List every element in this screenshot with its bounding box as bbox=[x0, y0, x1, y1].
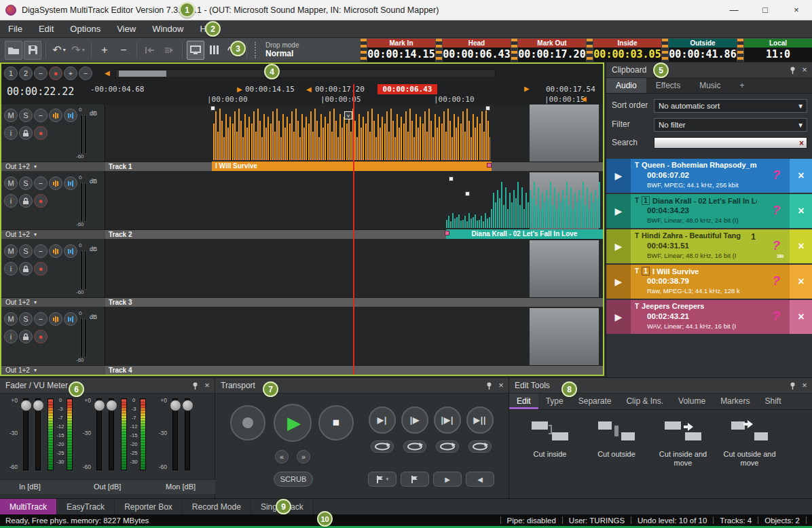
remove-track-button[interactable]: − bbox=[115, 41, 132, 60]
snap-right-button[interactable] bbox=[160, 41, 178, 60]
output-dropd own-icon[interactable]: ▾ bbox=[34, 230, 37, 240]
add-marker-button[interactable]: + bbox=[368, 472, 396, 487]
save-button[interactable] bbox=[24, 41, 41, 60]
lock-button[interactable] bbox=[19, 330, 33, 343]
cut-outside-button[interactable]: Cut outside bbox=[585, 417, 648, 480]
info-button[interactable]: i bbox=[4, 330, 18, 343]
scroll-left-icon[interactable]: ◀ bbox=[105, 69, 110, 77]
entry-body[interactable]: T1I Will Survive 00:00:38.79 Raw, MPEG-L… bbox=[631, 265, 812, 299]
cut-inside-and-move-button[interactable]: Cut inside and move bbox=[652, 417, 714, 480]
volume-marker[interactable]: v bbox=[344, 111, 352, 119]
collapse-button[interactable]: − bbox=[34, 176, 48, 190]
play-selection-button[interactable]: |▶| bbox=[434, 407, 461, 434]
tab-music[interactable]: Music bbox=[690, 78, 730, 93]
tab-separate[interactable]: Separate bbox=[571, 394, 619, 409]
undo-button[interactable]: ↶▾ bbox=[50, 41, 68, 60]
out-fader-left[interactable] bbox=[96, 398, 102, 470]
menu-edit[interactable]: Edit bbox=[31, 20, 62, 38]
minimize-button[interactable]: — bbox=[718, 0, 750, 20]
clipboard-entry[interactable]: ▶ T1Diana Krall - 02 Let's Fall In Lo 00… bbox=[606, 194, 812, 228]
meter-mode-blue-button[interactable] bbox=[64, 109, 77, 122]
clipboard-entry[interactable]: ▶ THindi Zahra - Beautiful Tang 1 00:04:… bbox=[606, 229, 812, 263]
record-button[interactable] bbox=[230, 405, 265, 440]
track-1-clip-label[interactable]: I Will Survive bbox=[212, 162, 492, 171]
rewind-button[interactable]: « bbox=[275, 450, 289, 464]
entry-play-button[interactable]: ▶ bbox=[606, 194, 631, 228]
solo-button[interactable]: S bbox=[19, 244, 33, 258]
collapse-button[interactable]: − bbox=[34, 312, 48, 326]
tab-add[interactable]: + bbox=[731, 78, 754, 93]
missing-info-icon[interactable]: ? bbox=[772, 203, 780, 218]
solo-button[interactable]: S bbox=[19, 176, 33, 190]
playhead[interactable] bbox=[353, 84, 354, 375]
lock-button[interactable] bbox=[19, 262, 33, 276]
out-fader-right[interactable] bbox=[109, 398, 114, 470]
output-select[interactable]: Out 1+2 bbox=[5, 298, 30, 307]
output-select[interactable]: Out 1+2 bbox=[5, 366, 30, 375]
play-button[interactable]: ▶ bbox=[274, 404, 312, 442]
tab-shift[interactable]: Shift bbox=[757, 394, 788, 409]
clipboard-entry[interactable]: ▶ TQueen - Bohemian Rhapsody_mp 00:06:07… bbox=[606, 159, 812, 193]
entry-play-button[interactable]: ▶ bbox=[606, 300, 631, 334]
clip-handle[interactable] bbox=[465, 191, 470, 196]
missing-info-icon[interactable]: ? bbox=[772, 309, 780, 324]
close-icon[interactable]: × bbox=[202, 381, 212, 390]
missing-info-icon[interactable]: ? bbox=[772, 168, 780, 183]
zoom-out-button[interactable]: − bbox=[79, 67, 92, 80]
menu-file[interactable]: File bbox=[0, 20, 31, 38]
timeline-scrollbar-thumb[interactable] bbox=[119, 71, 166, 77]
mark-out-field[interactable]: Mark Out 00:00:17.20 bbox=[518, 39, 586, 62]
play-from-mark-button[interactable]: |▶ bbox=[401, 407, 428, 434]
meter-mode-orange-button[interactable] bbox=[49, 244, 62, 258]
record-enable-button[interactable]: ● bbox=[34, 194, 48, 208]
play-pause-button[interactable]: ▶|| bbox=[466, 407, 494, 434]
pin-icon[interactable] bbox=[788, 381, 797, 390]
tab-reporter-box[interactable]: Reporter Box bbox=[115, 499, 183, 514]
entry-body[interactable]: TQueen - Bohemian Rhapsody_mp 00:06:07.0… bbox=[631, 159, 812, 193]
info-button[interactable]: i bbox=[4, 262, 18, 276]
entry-play-button[interactable]: ▶ bbox=[606, 265, 631, 299]
entry-delete-button[interactable]: × bbox=[790, 159, 812, 193]
pin-icon[interactable] bbox=[190, 381, 200, 390]
meter-mode-orange-button[interactable] bbox=[49, 176, 62, 190]
cut-inside-button[interactable]: Cut inside bbox=[519, 417, 581, 480]
collapse-tracks-button[interactable]: − bbox=[34, 67, 48, 80]
fader-knob[interactable] bbox=[33, 400, 44, 411]
loop-4-button[interactable] bbox=[468, 440, 492, 453]
info-button[interactable]: i bbox=[4, 126, 18, 140]
in-fader-left[interactable] bbox=[23, 398, 29, 470]
timeline-scrollbar[interactable] bbox=[115, 69, 496, 78]
tab-multitrack[interactable]: MultiTrack bbox=[0, 499, 57, 514]
marker-button[interactable] bbox=[401, 472, 429, 487]
collapse-button[interactable]: − bbox=[34, 109, 48, 122]
snap-left-button[interactable] bbox=[141, 41, 159, 60]
clip-fade-handle[interactable] bbox=[487, 163, 492, 168]
clip-handle[interactable] bbox=[485, 106, 490, 111]
view-monitor-button[interactable] bbox=[187, 41, 204, 60]
add-track-button[interactable]: + bbox=[96, 41, 113, 60]
forward-button[interactable]: » bbox=[297, 450, 310, 464]
view-tracks-button[interactable] bbox=[206, 41, 223, 60]
track-name[interactable]: Track 1 bbox=[109, 162, 132, 172]
lock-button[interactable] bbox=[19, 194, 33, 208]
tab-audio[interactable]: Audio bbox=[606, 78, 646, 93]
close-icon[interactable]: × bbox=[800, 381, 809, 390]
mark-in-position-icon[interactable]: ▶ bbox=[524, 85, 530, 92]
scrub-button[interactable]: SCRUB bbox=[274, 472, 313, 487]
entry-delete-button[interactable]: × bbox=[790, 229, 812, 263]
record-enable-button[interactable]: ● bbox=[34, 330, 48, 343]
lock-button[interactable] bbox=[19, 126, 33, 140]
output-select[interactable]: Out 1+2 bbox=[5, 162, 30, 172]
collapse-button[interactable]: − bbox=[34, 244, 48, 258]
mute-button[interactable]: M bbox=[4, 109, 18, 122]
tab-edit[interactable]: Edit bbox=[509, 394, 538, 409]
track-name[interactable]: Track 3 bbox=[109, 298, 132, 307]
open-file-button[interactable] bbox=[5, 41, 22, 60]
clip-fade-handle[interactable] bbox=[445, 231, 449, 235]
track-name[interactable]: Track 2 bbox=[109, 230, 132, 240]
close-icon[interactable]: × bbox=[800, 65, 809, 75]
pin-icon[interactable] bbox=[788, 65, 797, 75]
mon-fader-right[interactable] bbox=[185, 398, 190, 470]
clipboard-entry[interactable]: ▶ TJeepers Creepers 00:02:43.21 WAV, Lin… bbox=[606, 300, 812, 334]
expand-group-icon[interactable]: »» bbox=[777, 251, 783, 261]
